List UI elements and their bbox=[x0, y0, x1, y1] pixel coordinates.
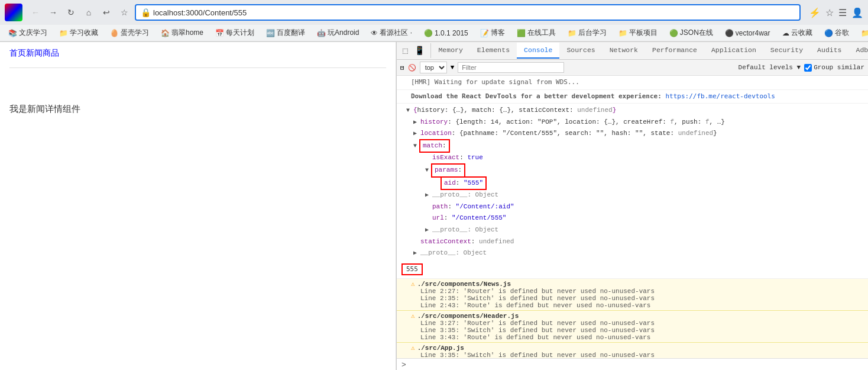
bookmark-translate[interactable]: 🔤 百度翻译 bbox=[263, 27, 309, 39]
bookmark-kanyuan[interactable]: 👁 看源社区 · bbox=[367, 27, 416, 39]
back-history-button[interactable]: ↩ bbox=[99, 5, 114, 20]
bookmark-backend[interactable]: 📁 后台学习 bbox=[564, 27, 610, 39]
devtools-mobile-icon[interactable]: 📱 bbox=[412, 43, 427, 58]
devtools-icon-buttons: ⬚ 📱 bbox=[397, 43, 431, 58]
bookmark-cloud[interactable]: ☁ 云收藏 bbox=[779, 27, 816, 39]
console-output: [HMR] Waiting for update signal from WDS… bbox=[397, 76, 868, 358]
warning-header-js: ⚠ ./src/components/Header.js Line 3:27: … bbox=[397, 311, 868, 343]
refresh-button[interactable]: ↻ bbox=[64, 5, 78, 20]
tree-toggle-proto1[interactable] bbox=[425, 191, 432, 200]
bookmark-google[interactable]: 🔵 谷歌 bbox=[821, 27, 853, 39]
address-bar-container[interactable]: 🔒 bbox=[135, 4, 801, 21]
tree-proto2-row[interactable]: __proto__: Object bbox=[397, 224, 868, 236]
tab-application[interactable]: Application bbox=[704, 43, 763, 59]
warning-icon-2: ⚠ bbox=[411, 312, 415, 320]
user-icon[interactable]: 👤 bbox=[851, 7, 863, 18]
warning-news-line3: Line 2:43: 'Route' is defined but never … bbox=[411, 302, 863, 309]
tab-adblock[interactable]: Adblock Plus bbox=[849, 43, 869, 59]
filter-input[interactable] bbox=[458, 62, 564, 73]
bookmark-feicui[interactable]: 🏠 翡翠home bbox=[157, 27, 207, 39]
forward-button[interactable]: → bbox=[46, 5, 60, 20]
tree-aid-row: aid: "555" bbox=[397, 177, 868, 190]
react-devtools-link[interactable]: https://fb.me/react-devtools bbox=[665, 92, 775, 100]
tree-root-row[interactable]: {history: {…}, match: {…}, staticContext… bbox=[397, 105, 868, 117]
tab-security[interactable]: Security bbox=[763, 43, 810, 59]
warning-app-line1: Line 3:35: 'Switch' is defined but never… bbox=[411, 352, 863, 358]
back-button[interactable]: ← bbox=[28, 5, 43, 20]
bookmark-plan[interactable]: 📅 每天计划 bbox=[212, 27, 258, 39]
bookmark-vector[interactable]: ⚫ vector4war bbox=[721, 28, 774, 38]
warning-news-header: ⚠ ./src/components/News.js bbox=[411, 280, 863, 288]
tab-performance[interactable]: Performance bbox=[645, 43, 704, 59]
context-arrow-icon: ▼ bbox=[451, 64, 455, 71]
devtools-sidebar-icon[interactable]: ⊟ bbox=[400, 64, 404, 72]
tab-sources[interactable]: Sources bbox=[559, 43, 602, 59]
tab-console[interactable]: Console bbox=[517, 43, 559, 59]
warning-app-js: ⚠ ./src/App.js Line 3:35: 'Switch' is de… bbox=[397, 343, 868, 358]
bookmark-folder1[interactable]: 📁 学习收藏 bbox=[56, 27, 102, 39]
bookmark-version[interactable]: 🟢 1.0.1 2015 bbox=[420, 28, 472, 38]
browser-chrome: ← → ↻ ⌂ ↩ ☆ 🔒 ⚡ ☆ ☰ 👤 📚 文庆学习 📁 学习收藏 🥚 蛋壳… bbox=[0, 0, 868, 42]
context-selector[interactable]: top bbox=[420, 62, 447, 73]
console-download-msg: Download the React DevTools for a better… bbox=[397, 90, 868, 104]
tree-location-row[interactable]: location: {pathname: "/Content/555", sea… bbox=[397, 128, 868, 140]
console-prompt-bar: > bbox=[397, 358, 868, 370]
tree-staticcontext-row: staticContext: undefined bbox=[397, 236, 868, 248]
devtools-block-icon[interactable]: 🚫 bbox=[408, 64, 416, 72]
lock-icon: 🔒 bbox=[141, 8, 151, 17]
bookmark-blog[interactable]: 📝 博客 bbox=[477, 27, 509, 39]
tree-isexact-row: isExact: true bbox=[397, 152, 868, 164]
bookmark-bug[interactable]: 📁 bug自动化 bbox=[857, 27, 869, 39]
tree-toggle-match[interactable] bbox=[413, 141, 420, 151]
warning-icon-1: ⚠ bbox=[411, 280, 415, 288]
devtools-toolbar: ⊟ 🚫 top ▼ Default levels ▼ Group similar bbox=[397, 60, 868, 76]
console-input[interactable] bbox=[410, 361, 863, 369]
warning-news-js: ⚠ ./src/components/News.js Line 2:27: 'R… bbox=[397, 279, 868, 311]
warning-news-line2: Line 2:35: 'Switch' is defined but never… bbox=[411, 295, 863, 302]
bookmark-tablet[interactable]: 📁 平板项目 bbox=[615, 27, 661, 39]
star-history-button[interactable]: ☆ bbox=[117, 5, 131, 20]
value-555-badge: 555 bbox=[401, 263, 423, 276]
page-divider bbox=[9, 67, 386, 68]
home-button[interactable]: ⌂ bbox=[82, 5, 96, 20]
tree-params-row[interactable]: params: bbox=[397, 164, 868, 177]
tab-elements[interactable]: Elements bbox=[470, 43, 517, 59]
tab-network[interactable]: Network bbox=[603, 43, 645, 59]
tree-path-row: path: "/Content/:aid" bbox=[397, 201, 868, 213]
tree-proto1-row[interactable]: __proto__: Object bbox=[397, 189, 868, 201]
warning-header-header: ⚠ ./src/components/Header.js bbox=[411, 312, 863, 320]
tree-toggle-proto3[interactable] bbox=[413, 249, 420, 258]
tree-toggle-history[interactable] bbox=[413, 118, 420, 127]
bookmark-tools[interactable]: 🟩 在线工具 bbox=[513, 27, 559, 39]
default-levels-selector[interactable]: Default levels ▼ bbox=[739, 64, 801, 71]
tree-toggle-params[interactable] bbox=[425, 166, 432, 175]
browser-logo bbox=[5, 4, 22, 21]
address-input[interactable] bbox=[153, 8, 795, 17]
bookmark-eggshell[interactable]: 🥚 蛋壳学习 bbox=[106, 27, 153, 39]
page-nav-link[interactable]: 首页新闻商品 bbox=[9, 48, 386, 59]
bookmark-android[interactable]: 🤖 玩Android bbox=[313, 27, 362, 39]
warning-app-header: ⚠ ./src/App.js bbox=[411, 344, 863, 352]
tree-toggle-proto2[interactable] bbox=[425, 226, 432, 235]
bookmark-wenqing[interactable]: 📚 文庆学习 bbox=[5, 27, 51, 39]
warning-header-line3: Line 3:43: 'Route' is defined but never … bbox=[411, 334, 863, 341]
browser-toolbar: ← → ↻ ⌂ ↩ ☆ 🔒 ⚡ ☆ ☰ 👤 bbox=[0, 0, 868, 25]
tree-proto3-row[interactable]: __proto__: Object bbox=[397, 247, 868, 259]
console-tree: {history: {…}, match: {…}, staticContext… bbox=[397, 104, 868, 260]
devtools-cursor-icon[interactable]: ⬚ bbox=[400, 43, 410, 58]
bookmark-star-icon[interactable]: ☆ bbox=[825, 7, 834, 18]
tab-audits[interactable]: Audits bbox=[810, 43, 848, 59]
browser-icons: ⚡ ☆ ☰ 👤 bbox=[809, 7, 863, 18]
prompt-chevron-icon: > bbox=[401, 361, 406, 369]
tree-toggle-location[interactable] bbox=[413, 129, 420, 139]
tree-match-row[interactable]: match: bbox=[397, 140, 868, 153]
group-similar-checkbox[interactable] bbox=[804, 64, 812, 72]
tab-memory[interactable]: Memory bbox=[431, 43, 469, 59]
tree-toggle-root[interactable] bbox=[406, 106, 413, 115]
tree-history-row[interactable]: history: {length: 14, action: "POP", loc… bbox=[397, 117, 868, 128]
devtools-panel: ⬚ 📱 Memory Elements Console Sources Netw… bbox=[396, 42, 868, 370]
group-similar-label: Group similar bbox=[804, 64, 864, 72]
menu-icon[interactable]: ☰ bbox=[838, 7, 847, 18]
bookmark-json[interactable]: 🟢 JSON在线 bbox=[666, 27, 717, 39]
tree-url-row: url: "/Content/555" bbox=[397, 213, 868, 224]
